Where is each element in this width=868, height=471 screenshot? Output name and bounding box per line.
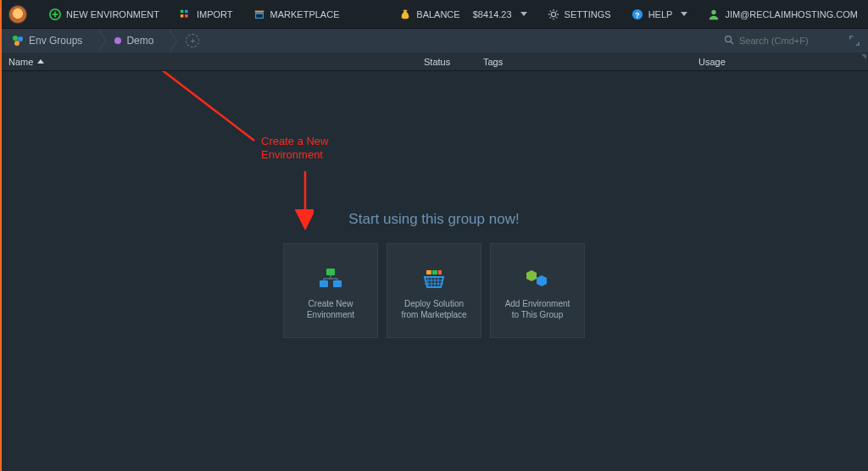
breadcrumb-bar: Env Groups Demo + [0,29,868,53]
sort-asc-icon [37,59,44,64]
card-label-line2: to This Group [505,309,570,321]
svg-rect-5 [255,14,263,18]
card-label-line1: Deploy Solution [401,298,466,310]
settings-label: SETTINGS [565,9,611,19]
column-name-label: Name [8,57,33,67]
svg-point-10 [712,9,716,14]
column-usage-label: Usage [698,57,726,67]
svg-rect-17 [326,269,335,275]
svg-rect-1 [181,9,184,13]
search-input[interactable] [739,36,824,46]
help-button[interactable]: ? HELP [621,0,698,28]
top-toolbar: NEW ENVIRONMENT IMPORT MARKETPLACE BALAN… [0,0,868,29]
chevron-down-icon [681,12,687,16]
balance-button[interactable]: BALANCE $8414.23 [389,0,537,28]
import-button[interactable]: IMPORT [170,0,243,28]
new-environment-button[interactable]: NEW ENVIRONMENT [39,0,170,28]
svg-rect-2 [185,9,188,13]
card-create-environment[interactable]: Create New Environment [283,243,378,338]
header-dropdown-icon[interactable] [861,54,866,59]
card-label-line2: from Marketplace [401,309,466,321]
breadcrumb-root-label: Env Groups [29,35,82,47]
marketplace-button[interactable]: MARKETPLACE [243,0,350,28]
user-icon [708,8,720,20]
svg-rect-4 [185,14,188,18]
svg-rect-22 [438,270,442,274]
user-menu[interactable]: JIM@RECLAIMHOSTING.COM [698,0,868,28]
breadcrumb-add: + [169,29,214,53]
breadcrumb-current[interactable]: Demo [97,29,169,53]
breadcrumb-current-label: Demo [126,35,153,47]
group-color-dot [114,37,121,44]
plus-circle-icon [49,8,61,20]
balance-label: BALANCE [416,9,459,19]
settings-button[interactable]: SETTINGS [537,0,621,28]
breadcrumb-root[interactable]: Env Groups [3,29,97,53]
help-label: HELP [648,9,673,19]
column-usage[interactable]: Usage [698,57,868,67]
column-tags-label: Tags [483,57,503,67]
card-deploy-marketplace[interactable]: Deploy Solution from Marketplace [387,243,481,338]
import-label: IMPORT [197,9,233,19]
marketplace-label: MARKETPLACE [270,9,340,19]
layers-icon [316,261,345,298]
svg-rect-6 [254,10,264,12]
svg-line-15 [117,71,254,141]
basket-icon [420,261,448,298]
annotation-line1: Create a New [261,135,328,148]
table-header: Name Status Tags Usage [0,53,868,71]
search-icon [724,35,734,47]
gear-icon [548,8,559,20]
hex-cluster-icon [523,261,552,298]
brand-logo[interactable] [8,5,27,24]
new-environment-label: NEW ENVIRONMENT [66,9,159,19]
left-edge-highlight [0,0,2,471]
help-icon: ? [632,8,643,20]
svg-text:?: ? [635,10,639,19]
fullscreen-button[interactable] [846,32,863,49]
svg-point-11 [13,36,18,41]
main-area: Create a New Environment Start using thi… [0,71,868,471]
user-label: JIM@RECLAIMHOSTING.COM [725,9,858,19]
annotation-line2: Environment [261,148,328,162]
svg-rect-3 [181,14,184,18]
column-status[interactable]: Status [424,57,483,67]
card-label-line1: Create New [307,298,354,310]
svg-point-14 [726,36,732,42]
column-tags[interactable]: Tags [483,57,698,67]
column-status-label: Status [424,57,450,67]
empty-state: Start using this group now! Create New E… [283,211,585,338]
annotation-text: Create a New Environment [261,135,328,163]
card-add-to-group[interactable]: Add Environment to This Group [490,243,585,338]
import-icon [180,8,192,20]
column-name[interactable]: Name [0,57,424,67]
money-bag-icon [399,8,411,20]
svg-point-7 [551,12,555,16]
svg-rect-18 [320,280,328,287]
svg-point-12 [18,36,23,42]
svg-marker-24 [537,275,547,286]
annotation-arrow-top [0,71,314,300]
svg-point-13 [14,41,19,46]
marketplace-icon [253,8,265,20]
search-box[interactable] [717,33,844,48]
svg-rect-21 [432,270,437,274]
empty-state-title: Start using this group now! [283,211,585,228]
annotation-arrow-bottom [0,71,314,300]
svg-rect-19 [333,280,342,287]
card-label-line2: Environment [307,309,354,321]
env-groups-icon [12,35,24,47]
svg-marker-23 [526,270,537,281]
card-label-line1: Add Environment [505,298,570,310]
chevron-down-icon [520,12,527,16]
balance-value: $8414.23 [473,9,512,19]
svg-rect-20 [426,270,431,274]
add-group-button[interactable]: + [186,34,199,47]
